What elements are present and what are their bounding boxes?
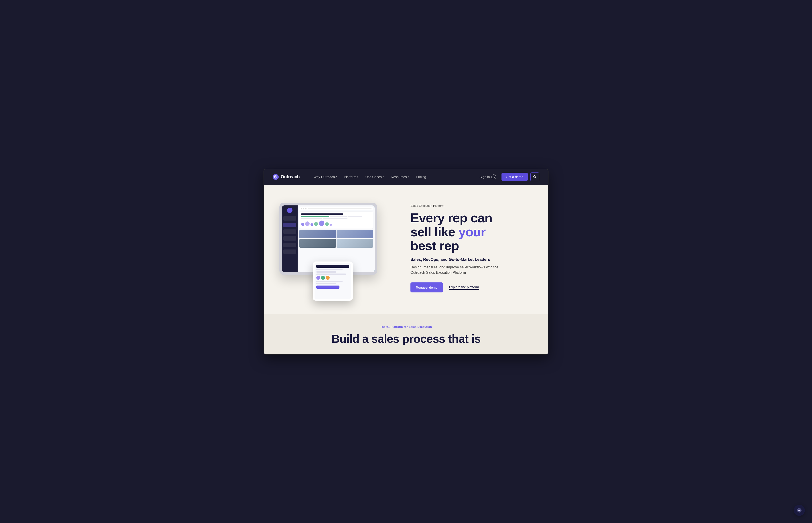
second-eyebrow: The #1 Platform for Sales Execution — [282, 325, 530, 328]
second-headline: Build a sales process that is — [282, 332, 530, 345]
hero-headline: Every rep can sell like your best rep — [411, 211, 530, 253]
svg-point-8 — [799, 509, 799, 509]
logo-text: Outreach — [281, 174, 300, 179]
nav-why-outreach[interactable]: Why Outreach? — [310, 173, 340, 180]
search-button[interactable] — [530, 173, 539, 181]
hero-section: Sales Execution Platform Every rep can s… — [264, 185, 548, 314]
request-demo-button[interactable]: Request demo — [411, 283, 443, 292]
phone-mockup — [313, 262, 353, 301]
nav-pricing[interactable]: Pricing — [413, 173, 429, 180]
outreach-logo-icon — [273, 174, 279, 180]
hero-copy: Sales Execution Platform Every rep can s… — [397, 202, 530, 292]
platform-chevron-icon: ▾ — [357, 176, 358, 178]
nav-platform[interactable]: Platform ▾ — [341, 173, 361, 180]
sign-in-button[interactable]: Sign in — [477, 173, 499, 181]
nav-links: Why Outreach? Platform ▾ Use Cases ▾ Res… — [310, 173, 477, 180]
resources-chevron-icon: ▾ — [408, 176, 409, 178]
explore-platform-link[interactable]: Explore the platform — [449, 285, 479, 290]
nav-actions: Sign in Get a demo — [477, 173, 539, 181]
chat-bot-button[interactable] — [794, 505, 805, 516]
nav-resources[interactable]: Resources ▾ — [388, 173, 412, 180]
logo[interactable]: Outreach — [273, 174, 300, 180]
svg-point-9 — [799, 509, 800, 509]
use-cases-chevron-icon: ▾ — [383, 176, 384, 178]
svg-point-1 — [275, 176, 276, 177]
nav-use-cases[interactable]: Use Cases ▾ — [362, 173, 386, 180]
search-icon — [533, 175, 537, 179]
navbar: Outreach Why Outreach? Platform ▾ Use Ca… — [264, 169, 548, 185]
hero-subtitle-text: Design, measure, and improve seller work… — [411, 265, 504, 275]
get-demo-button[interactable]: Get a demo — [502, 173, 528, 181]
hero-subtitle-bold: Sales, RevOps, and Go-to-Market Leaders — [411, 257, 530, 262]
browser-window: Outreach Why Outreach? Platform ▾ Use Ca… — [264, 169, 548, 355]
svg-point-6 — [799, 510, 799, 511]
second-section: The #1 Platform for Sales Execution Buil… — [264, 314, 548, 354]
hero-eyebrow: Sales Execution Platform — [411, 204, 530, 208]
chat-bot-icon — [797, 508, 802, 513]
user-icon — [491, 175, 496, 179]
svg-point-2 — [493, 176, 494, 177]
hero-illustration — [277, 200, 397, 294]
svg-point-7 — [800, 510, 800, 511]
hero-cta-row: Request demo Explore the platform — [411, 283, 530, 292]
